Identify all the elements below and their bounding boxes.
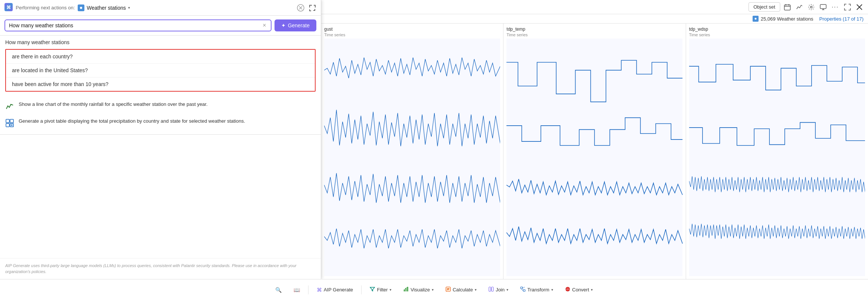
svg-text:⌘: ⌘: [6, 5, 11, 10]
filter-toolbar-button[interactable]: Filter ▾: [365, 284, 397, 296]
visualize-toolbar-icon: [403, 287, 409, 293]
pivot-table-icon: [5, 119, 14, 128]
suggestion-item-3[interactable]: have been active for more than 10 years?: [6, 77, 315, 91]
svg-point-15: [810, 6, 812, 8]
search-toolbar-icon: 🔍: [275, 287, 282, 293]
svg-rect-33: [489, 287, 491, 291]
transform-toolbar-button[interactable]: Transform ▾: [515, 284, 558, 296]
calculate-toolbar-icon: [446, 287, 451, 293]
chart-gust-label: gust: [324, 27, 500, 32]
performing-text: Performing next actions on:: [16, 5, 75, 10]
feature-suggestions: Show a line chart of the monthly rainfal…: [0, 95, 321, 134]
weather-station-count-label: 25,069 Weather stations: [761, 16, 813, 22]
svg-rect-8: [10, 119, 13, 123]
calendar-icon-button[interactable]: [783, 3, 791, 11]
convert-toolbar-icon: [565, 287, 570, 293]
svg-rect-7: [6, 119, 9, 123]
search-toolbar-button[interactable]: 🔍: [270, 284, 287, 296]
svg-rect-16: [820, 4, 826, 9]
panel-footer-disclaimer: AIP Generate uses third-party large lang…: [0, 258, 321, 279]
panel-header: ⌘ Performing next actions on: Weather st…: [0, 0, 321, 16]
settings-icon-button[interactable]: [807, 3, 815, 11]
aip-generate-panel: ⌘ Performing next actions on: Weather st…: [0, 0, 321, 279]
join-toolbar-icon: [489, 287, 494, 293]
chart-gust: gust Time series: [321, 24, 503, 279]
convert-dropdown-arrow: ▾: [591, 288, 593, 292]
calculate-toolbar-button[interactable]: Calculate ▾: [440, 284, 482, 296]
join-toolbar-button[interactable]: Join ▾: [483, 284, 514, 296]
weather-station-icon: [78, 4, 84, 11]
aip-toolbar-icon: ⌘: [317, 287, 322, 293]
search-input-wrapper: ×: [4, 19, 272, 31]
svg-rect-11: [784, 5, 790, 10]
chart-tdp-wdsp-label: tdp_wdsp: [689, 27, 865, 32]
book-toolbar-button[interactable]: 📖: [288, 284, 305, 296]
transform-dropdown-arrow: ▾: [551, 288, 553, 292]
fullscreen-button[interactable]: [843, 3, 852, 11]
chart-tdp-wdsp-sublabel: Time series: [689, 33, 865, 37]
search-bar-container: × ✦ Generate: [0, 16, 321, 36]
svg-rect-9: [6, 123, 9, 127]
right-header-icons: ···: [783, 3, 864, 11]
aip-generate-toolbar-button[interactable]: ⌘ AIP Generate: [311, 284, 359, 296]
toolbar-separator-2: [361, 285, 362, 294]
properties-link[interactable]: Properties (17 of 17): [819, 16, 864, 22]
book-toolbar-icon: 📖: [294, 287, 300, 293]
line-chart-icon: [5, 102, 14, 111]
monitor-icon-button[interactable]: [819, 3, 827, 11]
feature-suggestion-pivot[interactable]: Generate a pivot table displaying the to…: [0, 114, 321, 131]
svg-rect-24: [506, 39, 682, 276]
convert-toolbar-button[interactable]: Convert ▾: [560, 284, 598, 296]
search-input[interactable]: [9, 22, 259, 28]
close-button[interactable]: [855, 3, 864, 11]
chart-icon-button[interactable]: [795, 3, 803, 11]
clear-search-button[interactable]: ×: [262, 22, 267, 28]
generate-button[interactable]: ✦ Generate: [275, 19, 316, 31]
autocomplete-suggestions-box: are there in each country? are located i…: [5, 49, 316, 92]
svg-point-3: [80, 7, 82, 9]
svg-rect-26: [404, 290, 405, 291]
weather-stations-label: Weather stations: [87, 5, 126, 11]
charts-area: gust Time series: [321, 24, 868, 279]
chart-gust-svg: [324, 39, 500, 276]
suggestion-item-2[interactable]: are located in the United States?: [6, 64, 315, 77]
chart-tdp-wdsp: tdp_wdsp Time series: [686, 24, 868, 279]
feature-suggestion-line-chart[interactable]: Show a line chart of the monthly rainfal…: [0, 98, 321, 114]
visualize-dropdown-arrow: ▾: [432, 288, 434, 292]
feature-suggestion-text-2: Generate a pivot table displaying the to…: [19, 118, 245, 124]
svg-rect-28: [407, 287, 408, 291]
count-bar: 25,069 Weather stations Properties (17 o…: [321, 14, 868, 24]
chart-tdp-temp-svg: [506, 39, 682, 276]
feature-suggestion-text-1: Show a line chart of the monthly rainfal…: [19, 101, 208, 107]
chart-tdp-wdsp-svg: [689, 39, 865, 276]
chart-gust-sublabel: Time series: [324, 33, 500, 37]
expand-button[interactable]: [308, 4, 316, 12]
more-options-button[interactable]: ···: [831, 3, 840, 11]
join-dropdown-arrow: ▾: [506, 288, 508, 292]
weather-station-count-icon: [753, 16, 759, 22]
chart-tdp-temp-label: tdp_temp: [506, 27, 682, 32]
dropdown-chevron-icon: ▾: [128, 6, 130, 10]
calculate-dropdown-arrow: ▾: [475, 288, 477, 292]
bottom-toolbar: 🔍 📖 ⌘ AIP Generate Filter ▾ Visualize ▾: [0, 279, 868, 300]
chart-tdp-temp: tdp_temp Time series: [503, 24, 686, 279]
filter-dropdown-arrow: ▾: [390, 288, 391, 292]
close-circle-button[interactable]: [296, 3, 305, 12]
sparkle-icon: ✦: [281, 22, 286, 28]
transform-toolbar-icon: [520, 287, 526, 293]
object-set-button[interactable]: Object set: [748, 2, 780, 12]
svg-rect-34: [492, 287, 493, 291]
weather-stations-dropdown[interactable]: Weather stations ▾: [78, 4, 130, 11]
chart-tdp-temp-sublabel: Time series: [506, 33, 682, 37]
suggestions-container: How many weather stations are there in e…: [0, 36, 321, 135]
right-panel-header: Object set: [321, 0, 868, 14]
right-panel: Object set: [321, 0, 868, 279]
svg-rect-36: [521, 287, 523, 289]
suggestion-item-1[interactable]: are there in each country?: [6, 50, 315, 64]
palantir-logo-icon: ⌘: [4, 3, 13, 12]
svg-rect-37: [523, 290, 525, 291]
toolbar-separator-1: [308, 285, 309, 294]
visualize-toolbar-button[interactable]: Visualize ▾: [398, 284, 439, 296]
count-info: 25,069 Weather stations: [753, 16, 813, 22]
filter-toolbar-icon: [370, 287, 375, 293]
